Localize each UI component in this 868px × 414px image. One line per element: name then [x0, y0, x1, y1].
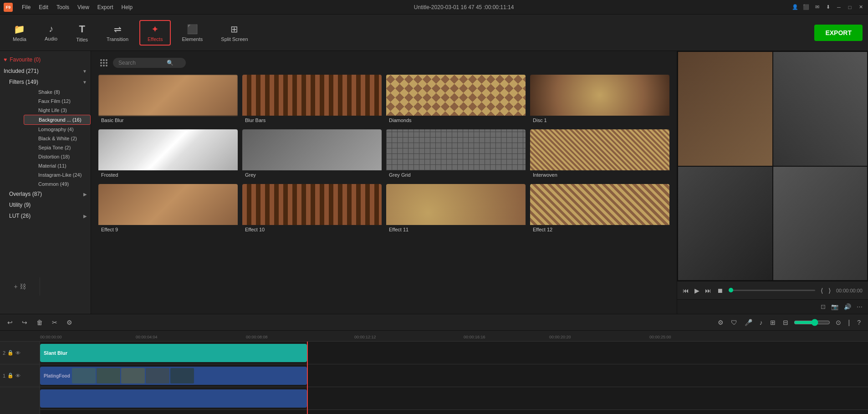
trim-start-btn[interactable]: ⟨	[821, 287, 823, 294]
filter-material[interactable]: Material (11)	[24, 161, 91, 170]
filters-label: Filters (149)	[9, 79, 38, 85]
menu-tools[interactable]: Tools	[53, 3, 73, 11]
effect-disc1[interactable]: Disc 1	[530, 75, 669, 125]
effect-blur-bars-name: Blur Bars	[242, 116, 382, 125]
clip-blue-base[interactable]	[40, 389, 307, 408]
filter-faux-film[interactable]: Faux Film (12)	[24, 97, 91, 106]
trim-end-btn[interactable]: ⟩	[828, 287, 831, 294]
effect-diamonds[interactable]: Diamonds	[386, 75, 526, 125]
effect-blur-bars[interactable]: Blur Bars	[242, 75, 382, 125]
preview-snapshot-btn[interactable]: 📷	[831, 303, 838, 310]
toolbar-effects-label: Effects	[148, 36, 163, 42]
fit-btn[interactable]: ⊙	[834, 317, 843, 328]
minimize-btn[interactable]: ─	[835, 4, 842, 11]
filter-black-white[interactable]: Black & White (2)	[24, 134, 91, 143]
add-track-btn[interactable]: +	[14, 283, 17, 290]
sidebar-included-group[interactable]: Included (271) ▼	[0, 66, 91, 77]
menu-file[interactable]: File	[18, 3, 34, 11]
preview-progress-dot	[729, 288, 733, 292]
food-thumb-3	[121, 368, 145, 383]
effect-grey-thumb	[242, 129, 382, 170]
toolbar-elements[interactable]: ⬛ Elements	[174, 21, 210, 45]
filters-header[interactable]: Filters (149) ▼	[9, 77, 91, 87]
toolbar-effects[interactable]: ✦ Effects	[139, 20, 171, 46]
track-2-lock-btn[interactable]: 🔒	[7, 350, 14, 356]
food-thumb-5	[170, 368, 194, 383]
effect-9[interactable]: Effect 9	[98, 184, 238, 234]
toolbar-titles[interactable]: T Titles	[68, 20, 96, 45]
effect-frosted[interactable]: Frosted	[98, 129, 238, 179]
filter-night-life[interactable]: Night Life (3)	[24, 106, 91, 115]
effect-interwoven[interactable]: Interwoven	[530, 129, 669, 179]
lut-header[interactable]: LUT (26) ▶	[9, 210, 91, 221]
undo-btn[interactable]: ↩	[5, 317, 15, 328]
preview-more-btn[interactable]: ⋯	[857, 303, 863, 310]
track-1-lock-btn[interactable]: 🔒	[7, 373, 14, 378]
filter-distortion[interactable]: Distortion (18)	[24, 152, 91, 161]
favourite-section[interactable]: ♥ Favourite (0)	[0, 54, 91, 66]
menu-export[interactable]: Export	[94, 3, 117, 11]
close-btn[interactable]: ✕	[857, 4, 864, 11]
search-bar[interactable]: 🔍	[113, 58, 186, 68]
stop-btn[interactable]: ⏹	[717, 287, 723, 294]
search-input[interactable]	[118, 60, 164, 66]
music-btn[interactable]: ♪	[758, 317, 765, 328]
redo-btn[interactable]: ↪	[20, 317, 29, 328]
filter-shake[interactable]: Shake (8)	[24, 87, 91, 97]
preview-volume-btn[interactable]: 🔊	[844, 303, 851, 310]
utility-header[interactable]: Utility (9)	[9, 199, 91, 210]
filter-common[interactable]: Common (49)	[24, 179, 91, 189]
clip-plating-food[interactable]: PlatingFood	[40, 367, 307, 385]
filter-instagram[interactable]: Instagram-Like (24)	[24, 170, 91, 179]
effect-11[interactable]: Effect 11	[386, 184, 526, 234]
maximize-btn[interactable]: □	[846, 4, 853, 11]
effects-panel: 🔍 Basic Blur Blur Bars Diamonds Disc 1	[91, 51, 677, 314]
export-button[interactable]: EXPORT	[814, 25, 863, 41]
mic-btn[interactable]: 🎤	[743, 317, 754, 328]
preview-progress-bar[interactable]	[729, 290, 815, 291]
play-pause-btn[interactable]: ▶	[694, 287, 700, 294]
effect-grey-grid[interactable]: Grey Grid	[386, 129, 526, 179]
menu-help[interactable]: Help	[118, 3, 137, 11]
help-btn[interactable]: ?	[855, 317, 863, 328]
next-frame-btn[interactable]: ⏭	[705, 287, 711, 294]
delete-btn[interactable]: 🗑	[35, 317, 45, 328]
overlays-header[interactable]: Overlays (87) ▶	[9, 189, 91, 199]
toolbar-audio[interactable]: ♪ Audio	[37, 21, 65, 44]
effect-grey[interactable]: Grey	[242, 129, 382, 179]
unlink-btn[interactable]: ⛓	[20, 283, 26, 290]
cut-btn[interactable]: ✂	[50, 317, 59, 328]
toolbar-transition[interactable]: ⇌ Transition	[99, 21, 136, 45]
toolbar-audio-label: Audio	[45, 36, 57, 41]
download-icon[interactable]: ⬇	[824, 4, 832, 11]
adjust-btn[interactable]: ⚙	[65, 317, 74, 328]
grid-view-icon[interactable]	[98, 57, 109, 68]
effect-12-name: Effect 12	[530, 225, 669, 234]
track-1-visible-btn[interactable]: 👁	[15, 373, 20, 378]
settings-btn[interactable]: ⚙	[716, 317, 725, 328]
cloud-icon[interactable]: ⬛	[802, 4, 810, 11]
zoom-slider[interactable]	[794, 319, 830, 326]
timeline-right-controls: ⚙ 🛡 🎤 ♪ ⊞ ⊟ ⊙ | ?	[716, 317, 863, 328]
user-icon[interactable]: 👤	[791, 4, 799, 11]
mail-icon[interactable]: ✉	[813, 4, 821, 11]
effect-12[interactable]: Effect 12	[530, 184, 669, 234]
effect-basic-blur[interactable]: Basic Blur	[98, 75, 238, 125]
filter-background[interactable]: Background ... (16)	[24, 115, 91, 125]
zoom-out-btn[interactable]: ⊟	[781, 317, 790, 328]
filter-sepia-tone[interactable]: Sepia Tone (2)	[24, 143, 91, 152]
clip-slant-blur[interactable]: Slant Blur	[40, 344, 307, 362]
shield-btn[interactable]: 🛡	[729, 317, 739, 328]
food-thumb-1	[72, 368, 96, 383]
prev-frame-btn[interactable]: ⏮	[683, 287, 689, 294]
preview-fullscreen-btn[interactable]: ⊡	[821, 303, 826, 310]
filter-lomography[interactable]: Lomography (4)	[24, 125, 91, 134]
effect-10[interactable]: Effect 10	[242, 184, 382, 234]
toolbar-split-screen[interactable]: ⊞ Split Screen	[214, 21, 255, 45]
menu-edit[interactable]: Edit	[35, 3, 52, 11]
zoom-in-area-btn[interactable]: ⊞	[768, 317, 777, 328]
track-2-visible-btn[interactable]: 👁	[15, 350, 20, 356]
toolbar-media[interactable]: 📁 Media	[5, 21, 34, 45]
menu-view[interactable]: View	[74, 3, 93, 11]
snap-btn[interactable]: |	[847, 317, 852, 328]
